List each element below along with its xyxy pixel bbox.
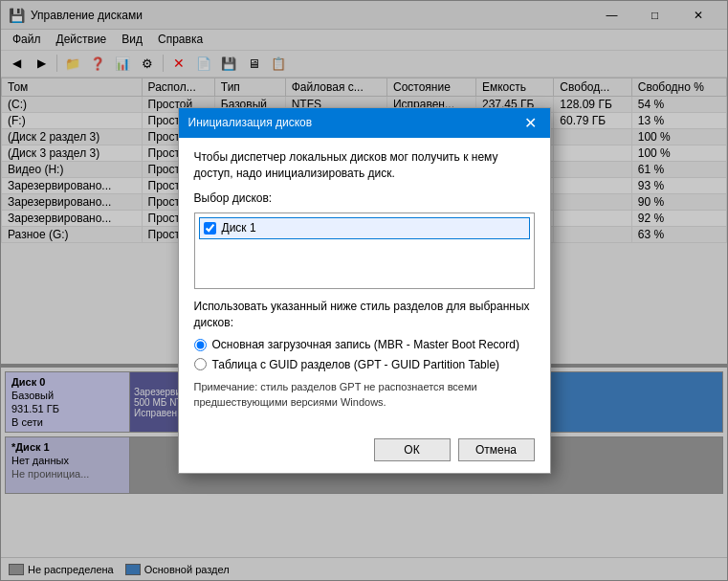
disk1-check-item: Диск 1 — [199, 217, 530, 239]
disk1-check-label: Диск 1 — [222, 220, 256, 236]
cancel-button[interactable]: Отмена — [458, 438, 535, 461]
mbr-radio-item: Основная загрузочная запись (MBR - Maste… — [194, 337, 535, 353]
dialog-description: Чтобы диспетчер локальных дисков мог пол… — [194, 149, 535, 182]
dialog-buttons: ОК Отмена — [179, 431, 550, 473]
dialog-overlay: Инициализация дисков ✕ Чтобы диспетчер л… — [0, 0, 728, 581]
dialog-partition-section: Использовать указанный ниже стиль раздел… — [194, 299, 535, 410]
dialog-note: Примечание: стиль разделов GPT не распоз… — [194, 380, 535, 410]
dialog-close-button[interactable]: ✕ — [520, 114, 540, 132]
disk-selection-label: Выбор дисков: — [194, 190, 535, 207]
gpt-radio[interactable] — [194, 358, 207, 370]
disk-list-box: Диск 1 — [194, 212, 535, 289]
ok-button[interactable]: ОК — [374, 438, 451, 461]
mbr-label: Основная загрузочная запись (MBR - Maste… — [212, 337, 519, 353]
radio-group: Основная загрузочная запись (MBR - Maste… — [194, 337, 535, 373]
init-dialog: Инициализация дисков ✕ Чтобы диспетчер л… — [178, 107, 551, 474]
gpt-radio-item: Таблица с GUID разделов (GPT - GUID Part… — [194, 357, 535, 373]
dialog-desc-text: Чтобы диспетчер локальных дисков мог пол… — [194, 150, 498, 180]
gpt-label: Таблица с GUID разделов (GPT - GUID Part… — [212, 357, 500, 373]
disk1-checkbox[interactable] — [204, 222, 216, 235]
mbr-radio[interactable] — [194, 339, 207, 351]
dialog-body: Чтобы диспетчер локальных дисков мог пол… — [179, 138, 550, 431]
dialog-disk-section: Выбор дисков: Диск 1 — [194, 190, 535, 289]
partition-style-label: Использовать указанный ниже стиль раздел… — [194, 299, 535, 331]
dialog-title-bar: Инициализация дисков ✕ — [179, 108, 550, 138]
dialog-title-text: Инициализация дисков — [188, 116, 313, 129]
